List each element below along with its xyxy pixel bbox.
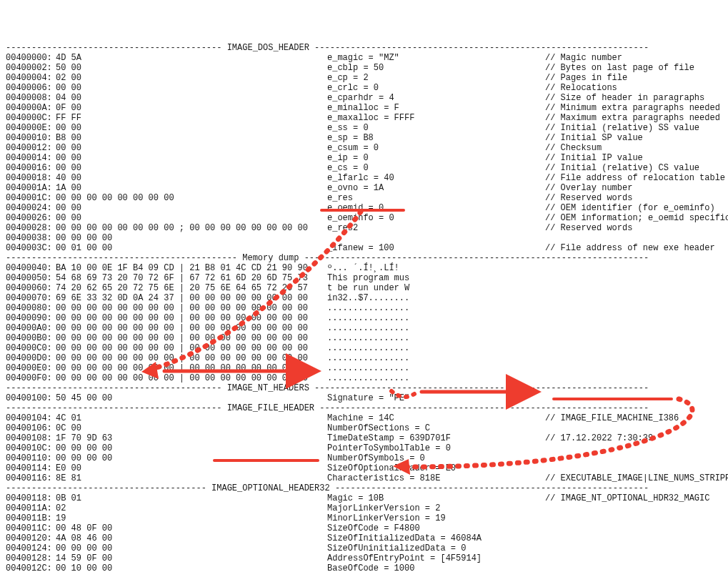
comment-cell: // File address of new exe header <box>545 243 722 253</box>
hex-row: 00400100:50 45 00 00Signature = "PE" <box>6 393 722 403</box>
comment-cell <box>545 503 722 513</box>
comment-cell <box>545 313 722 323</box>
field-cell: e_res <box>327 193 545 203</box>
comment-cell <box>545 363 722 373</box>
address-cell: 0040011B: <box>6 513 56 523</box>
address-cell: 00400100: <box>6 393 56 403</box>
section-separator: ----------------------------------------… <box>6 253 722 263</box>
comment-cell: // File address of relocation table <box>545 173 725 183</box>
memory-row: 004000D0:00 00 00 00 00 00 00 00 | 00 00… <box>6 353 722 363</box>
memory-row: 004000A0:00 00 00 00 00 00 00 00 | 00 00… <box>6 323 722 333</box>
hex-cell: B8 00 <box>56 133 327 143</box>
comment-cell: // Minimum extra paragraphs needed <box>545 103 722 113</box>
field-cell: ................ <box>327 343 545 353</box>
hex-cell: 1F 70 9D 63 <box>56 433 327 443</box>
field-cell: ................ <box>327 363 545 373</box>
hex-row: 00400010:B8 00e_sp = B8// Initial SP val… <box>6 133 722 143</box>
field-cell: Signature = "PE" <box>327 393 545 403</box>
field-cell: MinorLinkerVersion = 19 <box>327 513 545 523</box>
hex-row: 00400016:00 00e_cs = 0// Initial (relati… <box>6 163 722 173</box>
comment-cell: // Reserved words <box>545 193 722 203</box>
hex-row: 0040010C:00 00 00 00PointerToSymbolTable… <box>6 443 722 453</box>
field-cell: e_magic = "MZ" <box>327 53 545 63</box>
comment-cell <box>545 393 722 403</box>
hex-dump-view: ----------------------------------------… <box>6 43 722 572</box>
hex-cell: 8E 81 <box>56 473 327 483</box>
field-cell: e_cp = 2 <box>327 73 545 83</box>
hex-row: 00400114:E0 00SizeOfOptionalHeader = E0 <box>6 463 722 473</box>
memory-row: 004000C0:00 00 00 00 00 00 00 00 | 00 00… <box>6 343 722 353</box>
field-cell: AddressOfEntryPoint = [4F5914] <box>327 553 545 563</box>
field-cell: e_res2 <box>327 223 545 233</box>
field-cell: ................ <box>327 313 545 323</box>
field-cell: Machine = 14C <box>327 413 545 423</box>
field-cell: SizeOfInitializedData = 46084A <box>327 533 545 543</box>
comment-cell <box>545 423 722 433</box>
comment-cell: // Overlay number <box>545 183 722 193</box>
address-cell: 004000A0: <box>6 323 56 333</box>
address-cell: 00400060: <box>6 283 56 293</box>
comment-cell <box>545 553 722 563</box>
comment-cell: // EXECUTABLE_IMAGE|LINE_NUMS_STRIPPED <box>545 473 728 483</box>
comment-cell <box>545 333 722 343</box>
address-cell: 00400104: <box>6 413 56 423</box>
address-cell: 00400106: <box>6 423 56 433</box>
hex-row: 0040012C:00 10 00 00BaseOfCode = 1000 <box>6 563 722 572</box>
hex-row: 00400028:00 00 00 00 00 00 00 00 ; 00 00… <box>6 223 722 233</box>
address-cell: 0040011A: <box>6 503 56 513</box>
hex-row: 00400004:02 00e_cp = 2// Pages in file <box>6 73 722 83</box>
address-cell: 00400108: <box>6 433 56 443</box>
hex-cell: 00 10 00 00 <box>56 563 327 572</box>
address-cell: 00400016: <box>6 163 56 173</box>
memory-row: 00400090:00 00 00 00 00 00 00 00 | 00 00… <box>6 313 722 323</box>
hex-cell: 00 00 <box>56 203 327 213</box>
address-cell: 0040001A: <box>6 183 56 193</box>
hex-row: 0040001A:1A 00e_ovno = 1A// Overlay numb… <box>6 183 722 193</box>
address-cell: 0040000E: <box>6 123 56 133</box>
hex-cell: 0F 00 <box>56 103 327 113</box>
comment-cell: // Magic number <box>545 53 722 63</box>
hex-row: 00400104:4C 01Machine = 14C// IMAGE_FILE… <box>6 413 722 423</box>
hex-cell: 00 01 00 00 <box>56 243 327 253</box>
hex-cell: 00 00 <box>56 123 327 133</box>
field-cell: _lfanew = 100 <box>327 243 545 253</box>
hex-row: 00400106:0C 00NumberOfSections = C <box>6 423 722 433</box>
hex-cell: 00 00 00 00 00 00 00 00 | 00 00 00 00 00… <box>56 303 327 313</box>
field-cell: ................ <box>327 303 545 313</box>
hex-row: 00400128:14 59 0F 00AddressOfEntryPoint … <box>6 553 722 563</box>
address-cell: 00400080: <box>6 303 56 313</box>
field-cell: ................ <box>327 333 545 343</box>
hex-cell: 00 00 00 00 00 00 00 00 | 00 00 00 00 00… <box>56 323 327 333</box>
comment-cell <box>545 293 722 303</box>
address-cell: 0040000C: <box>6 113 56 123</box>
hex-row: 00400120:4A 08 46 00SizeOfInitializedDat… <box>6 533 722 543</box>
field-cell: SizeOfOptionalHeader = E0 <box>327 463 545 473</box>
field-cell: Magic = 10B <box>327 493 545 503</box>
comment-cell <box>545 443 722 453</box>
memory-row: 00400040:BA 10 00 0E 1F B4 09 CD | 21 B8… <box>6 263 722 273</box>
field-cell: NumberOfSymbols = 0 <box>327 453 545 463</box>
hex-cell: 54 68 69 73 20 70 72 6F | 67 72 61 6D 20… <box>56 273 327 283</box>
field-cell <box>327 233 545 243</box>
hex-cell: 00 00 <box>56 213 327 223</box>
comment-cell: // Initial (relative) CS value <box>545 163 722 173</box>
hex-row: 0040011B:19MinorLinkerVersion = 19 <box>6 513 722 523</box>
hex-cell: 00 00 00 00 00 00 00 00 | 00 00 00 00 00… <box>56 353 327 363</box>
hex-cell: 69 6E 33 32 0D 0A 24 37 | 00 00 00 00 00… <box>56 293 327 303</box>
comment-cell: // OEM information; e_oemid specific <box>545 213 728 223</box>
field-cell: t be run under W <box>327 283 545 293</box>
hex-row: 00400008:04 00e_cparhdr = 4// Size of he… <box>6 93 722 103</box>
comment-cell <box>545 273 722 283</box>
address-cell: 0040003C: <box>6 243 56 253</box>
hex-cell: 00 00 00 00 <box>56 233 327 243</box>
field-cell: e_cblp = 50 <box>327 63 545 73</box>
hex-cell: 50 00 <box>56 63 327 73</box>
address-cell: 00400012: <box>6 143 56 153</box>
hex-cell: 00 00 00 00 <box>56 443 327 453</box>
hex-row: 0040003C:00 01 00 00_lfanew = 100// File… <box>6 243 722 253</box>
hex-row: 00400012:00 00e_csum = 0// Checksum <box>6 143 722 153</box>
comment-cell: // IMAGE_NT_OPTIONAL_HDR32_MAGIC <box>545 493 722 503</box>
comment-cell: // IMAGE_FILE_MACHINE_I386 <box>545 413 722 423</box>
address-cell: 0040000A: <box>6 103 56 113</box>
comment-cell <box>545 373 722 383</box>
